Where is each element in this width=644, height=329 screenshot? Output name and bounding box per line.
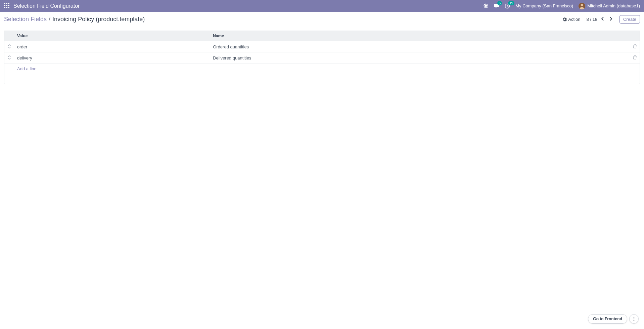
breadcrumb-current: Invoicing Policy (product.template) (52, 16, 145, 23)
handle-header (4, 31, 14, 41)
action-label: Action (568, 17, 580, 22)
empty-row (4, 74, 640, 84)
debug-icon[interactable] (483, 3, 489, 9)
activities-icon[interactable]: 19 (505, 3, 510, 9)
value-header[interactable]: Value (14, 31, 210, 41)
delete-row-button[interactable] (633, 44, 637, 49)
svg-rect-5 (8, 5, 9, 6)
svg-rect-6 (4, 7, 5, 8)
svg-rect-7 (6, 7, 7, 8)
messages-icon[interactable]: 6 (494, 3, 499, 9)
svg-rect-8 (8, 7, 9, 8)
avatar-icon (579, 3, 585, 9)
name-header[interactable]: Name (210, 31, 630, 41)
svg-point-12 (581, 4, 583, 6)
svg-rect-2 (8, 3, 9, 4)
trash-icon (633, 55, 637, 59)
control-panel-right: Action 8 / 18 Create (562, 15, 640, 24)
gear-icon (562, 17, 567, 22)
pager-text[interactable]: 8 / 18 (586, 17, 597, 22)
navbar-right: 6 19 My Company (San Francisco) Mitchell… (483, 3, 640, 9)
name-cell[interactable]: Delivered quantities (210, 52, 630, 64)
add-line-button[interactable]: Add a line (17, 66, 37, 71)
table-row[interactable]: order Ordered quantities (4, 41, 640, 52)
breadcrumb-separator: / (49, 16, 50, 23)
form-sheet: Value Name order Ordered quantities deli… (0, 27, 644, 92)
drag-handle-icon[interactable] (8, 44, 11, 49)
control-panel: Selection Fields / Invoicing Policy (pro… (0, 12, 644, 27)
svg-point-9 (485, 5, 487, 7)
chevron-left-icon (601, 17, 605, 21)
name-cell[interactable]: Ordered quantities (210, 41, 630, 52)
svg-rect-4 (6, 5, 7, 6)
activities-badge: 19 (508, 1, 514, 5)
value-cell[interactable]: order (14, 41, 210, 52)
svg-rect-0 (4, 3, 5, 4)
user-menu[interactable]: Mitchell Admin (database1) (579, 3, 640, 9)
value-cell[interactable]: delivery (14, 52, 210, 64)
app-title[interactable]: Selection Field Configurator (13, 3, 80, 9)
user-label: Mitchell Admin (database1) (587, 3, 640, 8)
breadcrumb-parent[interactable]: Selection Fields (4, 16, 47, 23)
delete-row-button[interactable] (633, 55, 637, 60)
company-selector[interactable]: My Company (San Francisco) (515, 3, 573, 8)
breadcrumb: Selection Fields / Invoicing Policy (pro… (4, 16, 145, 23)
drag-handle-icon[interactable] (8, 55, 11, 60)
trash-icon (633, 44, 637, 48)
pager-next[interactable] (608, 16, 613, 23)
pager-prev[interactable] (600, 16, 605, 23)
selection-table: Value Name order Ordered quantities deli… (4, 31, 640, 84)
svg-rect-1 (6, 3, 7, 4)
top-navbar: Selection Field Configurator 6 19 My Com… (0, 0, 644, 12)
messages-badge: 6 (497, 1, 502, 5)
create-button[interactable]: Create (619, 15, 640, 24)
navbar-left: Selection Field Configurator (4, 3, 80, 9)
table-row[interactable]: delivery Delivered quantities (4, 52, 640, 64)
pager: 8 / 18 (586, 16, 613, 23)
table-header-row: Value Name (4, 31, 640, 41)
chevron-right-icon (609, 17, 613, 21)
svg-rect-3 (4, 5, 5, 6)
trash-header (630, 31, 640, 41)
action-button[interactable]: Action (562, 17, 580, 22)
apps-icon[interactable] (4, 3, 9, 9)
add-line-row: Add a line (4, 64, 640, 74)
